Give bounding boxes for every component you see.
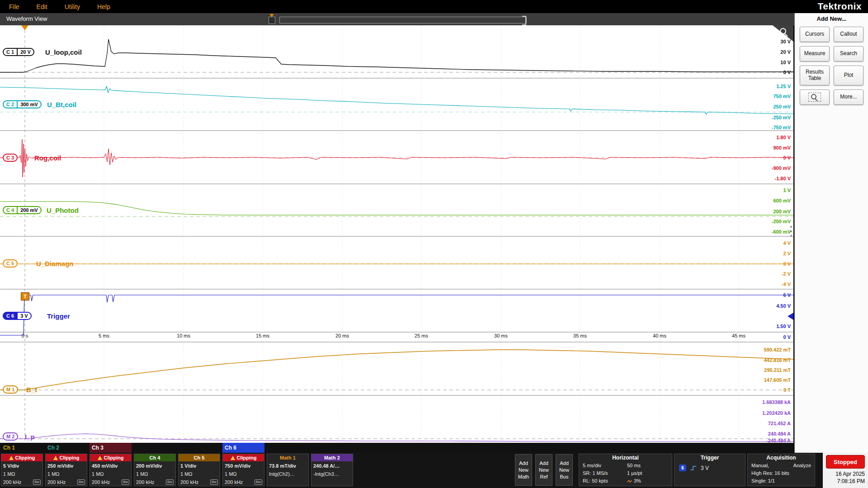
measure-button[interactable]: Measure xyxy=(800,46,830,61)
menu-utility[interactable]: Utility xyxy=(65,3,80,10)
channel-badge-value: 3 V xyxy=(18,312,32,320)
sample-interval: 1 µs/pt xyxy=(627,469,668,477)
card-line: 200 kHzBw xyxy=(136,478,174,486)
card-ch-2[interactable]: Clipping250 mV/div1 MΩ200 kHzBw xyxy=(45,454,87,486)
waveform-view-bar: Waveform View xyxy=(0,13,794,26)
card-line-text: 1 MΩ xyxy=(3,470,15,478)
trigger-level-marker[interactable] xyxy=(788,313,793,320)
card-line-text: -Intg(Ch3… xyxy=(313,470,339,478)
bandwidth-icon: Bw xyxy=(77,479,85,485)
add-btn-line: Add xyxy=(539,460,548,467)
card-ch-6[interactable]: Clipping750 mV/div1 MΩ200 kHzBw xyxy=(222,454,264,486)
card-line-text: 250 mV/div xyxy=(47,462,73,470)
card-line: 450 mV/div xyxy=(92,462,129,470)
channel-badge-value: 200 mV xyxy=(18,206,42,214)
trigger-position-marker[interactable] xyxy=(21,25,28,30)
channel-badge-m2[interactable]: M 2 xyxy=(3,432,18,441)
menu-help[interactable]: Help xyxy=(97,3,110,10)
card-line-text: 200 kHz xyxy=(3,478,21,486)
add-new-ref-button[interactable]: AddNewRef xyxy=(535,454,552,486)
channel-badge-value: 20 V xyxy=(18,48,34,56)
run-stop-button[interactable]: Stopped xyxy=(826,455,865,469)
card-line-text: 200 kHz xyxy=(47,478,66,486)
card-line-text: 200 kHz xyxy=(136,478,154,486)
more-button[interactable]: More... xyxy=(834,89,863,105)
card-line: 1 MΩ xyxy=(180,470,218,478)
channel-badge-c2[interactable]: C 2300 mV xyxy=(3,100,42,108)
channel-tab-ch-1[interactable]: Ch 1 xyxy=(1,443,43,453)
card-line-text: 1 MΩ xyxy=(92,470,104,478)
add-new-button-grid: Cursors Callout Measure Search Results T… xyxy=(795,22,868,105)
trigger-source-marker[interactable]: T xyxy=(21,292,29,300)
card-ch-5[interactable]: Ch 51 V/div1 MΩ200 kHzBw xyxy=(178,454,220,486)
card-header-label: Clipping xyxy=(237,455,257,460)
card-line: 1 MΩ xyxy=(3,470,41,478)
card-ch-3[interactable]: Clipping450 mV/div1 MΩ200 kHzBw xyxy=(90,454,132,486)
rising-edge-icon xyxy=(690,465,697,471)
card-line-text: 1 MΩ xyxy=(136,470,148,478)
card-header: Clipping xyxy=(1,454,42,461)
horizontal-title: Horizontal xyxy=(579,454,672,462)
card-line: 200 kHzBw xyxy=(47,478,85,486)
trace-c1 xyxy=(0,39,793,72)
card-ch-1[interactable]: Clipping5 V/div1 MΩ200 kHzBw xyxy=(1,454,43,486)
overview-trigger-marker-icon[interactable] xyxy=(269,17,275,24)
horizontal-scale: 5 ms/div xyxy=(583,462,627,469)
bandwidth-icon: Bw xyxy=(33,479,41,485)
results-table-button[interactable]: Results Table xyxy=(800,66,830,85)
waveform-plot[interactable]: 30 V20 V10 V0 VC 120 VU_loop,coil1.25 V7… xyxy=(0,25,793,443)
card-line: 250 mV/div xyxy=(47,462,85,470)
menu-edit[interactable]: Edit xyxy=(37,3,47,10)
channel-badge-c4[interactable]: C 4200 mV xyxy=(3,206,42,214)
clipping-warning-icon xyxy=(9,456,14,460)
channel-badge-c3[interactable]: C 3 xyxy=(3,154,18,162)
plot-button[interactable]: Plot xyxy=(834,66,863,85)
acquisition-panel[interactable]: Acquisition Manual,Analyze High Res: 16 … xyxy=(747,454,815,486)
add-new-header: Add New... xyxy=(795,15,868,22)
card-body: 250 mV/div1 MΩ200 kHzBw xyxy=(46,461,87,487)
channel-badge-c6[interactable]: C 63 V xyxy=(3,312,32,320)
channel-badge-m1[interactable]: M 1 xyxy=(3,385,18,394)
card-line: 200 kHzBw xyxy=(3,478,41,486)
channel-tab-ch-6[interactable]: Ch 6 xyxy=(222,443,264,453)
channel-badge-c1[interactable]: C 120 V xyxy=(3,48,34,56)
card-math-1[interactable]: Math 173.8 mT/divIntg(Ch2)… xyxy=(267,454,309,486)
add-new-bus-button[interactable]: AddNewBus xyxy=(556,454,573,486)
panel-splitter-handle[interactable] xyxy=(790,226,792,237)
cursors-button[interactable]: Cursors xyxy=(800,27,830,42)
menu-file[interactable]: File xyxy=(9,3,19,10)
channel-badge-id: C 3 xyxy=(3,154,18,162)
card-header-label: Math 2 xyxy=(324,455,340,460)
acquisition-analyze[interactable]: Analyze xyxy=(793,462,811,469)
channel-badge-c5[interactable]: C 5 xyxy=(3,259,18,267)
callout-button[interactable]: Callout xyxy=(834,27,863,42)
time-label: 7:08:16 PM xyxy=(823,478,865,485)
card-header: Clipping xyxy=(46,454,87,461)
card-line-text: 1 MΩ xyxy=(47,470,60,478)
card-header-label: Clipping xyxy=(104,455,124,460)
zoom-overview-bar[interactable] xyxy=(279,17,527,23)
channel-tab-ch-2[interactable]: Ch 2 xyxy=(45,443,87,453)
datetime: 16 Apr 2025 7:08:16 PM xyxy=(823,469,868,485)
add-btn-line: New xyxy=(539,467,549,474)
card-header: Clipping xyxy=(90,454,131,461)
channel-badge-id: C 6 xyxy=(3,312,18,320)
card-line: 1 MΩ xyxy=(225,470,262,478)
channel-badge-id: M 2 xyxy=(3,432,18,441)
zoom-tool-button[interactable] xyxy=(800,89,830,105)
channel-badge-value: 300 mV xyxy=(18,100,42,108)
card-line: 240.48 A/… xyxy=(313,462,351,470)
search-button[interactable]: Search xyxy=(834,46,863,61)
horizontal-panel[interactable]: Horizontal 5 ms/div50 ms SR: 1 MS/s1 µs/… xyxy=(579,454,672,486)
add-new-math-button[interactable]: AddNewMath xyxy=(515,454,532,486)
trace-m2 xyxy=(0,434,793,441)
menu-bar: File Edit Utility Help Tektronix xyxy=(0,0,868,13)
trigger-panel[interactable]: Trigger 6 3 V xyxy=(674,454,745,486)
add-btn-line: Add xyxy=(560,460,569,467)
card-body: 240.48 A/…-Intg(Ch3… xyxy=(311,461,353,479)
channel-tab-ch-3[interactable]: Ch 3 xyxy=(90,443,132,453)
card-math-2[interactable]: Math 2240.48 A/…-Intg(Ch3… xyxy=(311,454,353,486)
card-ch-4[interactable]: Ch 4200 mV/div1 MΩ200 kHzBw xyxy=(134,454,176,486)
tektronix-logo: Tektronix xyxy=(818,1,862,12)
card-line: -Intg(Ch3… xyxy=(313,470,351,478)
